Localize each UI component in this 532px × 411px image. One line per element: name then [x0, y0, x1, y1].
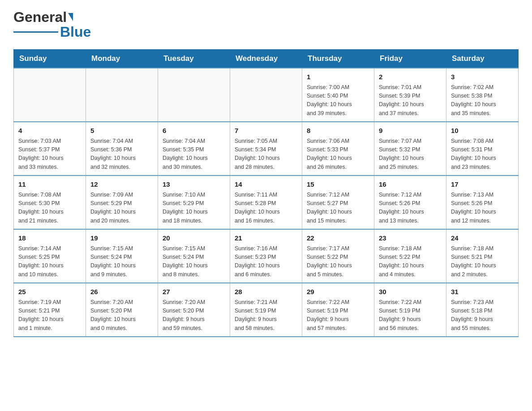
calendar-week-3: 11Sunrise: 7:08 AMSunset: 5:30 PMDayligh…	[14, 176, 519, 229]
day-number: 17	[451, 180, 514, 190]
day-info: Sunrise: 7:19 AMSunset: 5:21 PMDaylight:…	[18, 298, 81, 333]
calendar-cell: 27Sunrise: 7:20 AMSunset: 5:20 PMDayligh…	[158, 283, 230, 337]
day-number: 30	[379, 287, 442, 297]
calendar-cell: 26Sunrise: 7:20 AMSunset: 5:20 PMDayligh…	[86, 283, 158, 337]
calendar-cell: 19Sunrise: 7:15 AMSunset: 5:24 PMDayligh…	[86, 229, 158, 283]
day-info: Sunrise: 7:22 AMSunset: 5:19 PMDaylight:…	[307, 298, 369, 333]
day-number: 1	[307, 72, 369, 82]
day-info: Sunrise: 7:04 AMSunset: 5:35 PMDaylight:…	[163, 137, 225, 172]
day-info: Sunrise: 7:10 AMSunset: 5:29 PMDaylight:…	[163, 191, 225, 226]
weekday-header-wednesday: Wednesday	[230, 50, 302, 68]
weekday-header-saturday: Saturday	[446, 50, 519, 68]
calendar-cell	[86, 68, 158, 122]
day-info: Sunrise: 7:22 AMSunset: 5:19 PMDaylight:…	[379, 298, 442, 333]
calendar-cell: 12Sunrise: 7:09 AMSunset: 5:29 PMDayligh…	[86, 176, 158, 229]
logo-underline	[13, 31, 58, 33]
logo-triangle-icon	[68, 13, 73, 21]
day-info: Sunrise: 7:05 AMSunset: 5:34 PMDaylight:…	[235, 137, 297, 172]
calendar-cell: 14Sunrise: 7:11 AMSunset: 5:28 PMDayligh…	[230, 176, 302, 229]
day-number: 8	[307, 126, 369, 136]
day-number: 16	[379, 180, 442, 190]
page-header: General Blue	[13, 9, 519, 40]
calendar-header-row: SundayMondayTuesdayWednesdayThursdayFrid…	[14, 50, 519, 68]
calendar-cell: 5Sunrise: 7:04 AMSunset: 5:36 PMDaylight…	[86, 122, 158, 176]
day-info: Sunrise: 7:08 AMSunset: 5:30 PMDaylight:…	[18, 191, 81, 226]
day-info: Sunrise: 7:18 AMSunset: 5:21 PMDaylight:…	[451, 244, 514, 279]
day-info: Sunrise: 7:07 AMSunset: 5:32 PMDaylight:…	[379, 137, 442, 172]
day-number: 27	[163, 287, 225, 297]
calendar-cell: 7Sunrise: 7:05 AMSunset: 5:34 PMDaylight…	[230, 122, 302, 176]
calendar-cell: 20Sunrise: 7:15 AMSunset: 5:24 PMDayligh…	[158, 229, 230, 283]
calendar-cell: 3Sunrise: 7:02 AMSunset: 5:38 PMDaylight…	[446, 68, 519, 122]
day-info: Sunrise: 7:00 AMSunset: 5:40 PMDaylight:…	[307, 83, 369, 118]
day-info: Sunrise: 7:14 AMSunset: 5:25 PMDaylight:…	[18, 244, 81, 279]
day-number: 11	[18, 180, 81, 190]
calendar-cell: 10Sunrise: 7:08 AMSunset: 5:31 PMDayligh…	[446, 122, 519, 176]
day-number: 2	[379, 72, 442, 82]
calendar-week-5: 25Sunrise: 7:19 AMSunset: 5:21 PMDayligh…	[14, 283, 519, 337]
day-number: 3	[451, 72, 514, 82]
day-number: 13	[163, 180, 225, 190]
day-number: 9	[379, 126, 442, 136]
day-number: 7	[235, 126, 297, 136]
day-info: Sunrise: 7:15 AMSunset: 5:24 PMDaylight:…	[90, 244, 153, 279]
weekday-header-friday: Friday	[374, 50, 446, 68]
calendar-cell: 29Sunrise: 7:22 AMSunset: 5:19 PMDayligh…	[302, 283, 374, 337]
day-info: Sunrise: 7:12 AMSunset: 5:27 PMDaylight:…	[307, 191, 369, 226]
weekday-header-monday: Monday	[86, 50, 158, 68]
day-info: Sunrise: 7:04 AMSunset: 5:36 PMDaylight:…	[90, 137, 153, 172]
calendar-cell: 4Sunrise: 7:03 AMSunset: 5:37 PMDaylight…	[14, 122, 86, 176]
weekday-header-sunday: Sunday	[14, 50, 86, 68]
calendar-cell: 15Sunrise: 7:12 AMSunset: 5:27 PMDayligh…	[302, 176, 374, 229]
day-number: 5	[90, 126, 153, 136]
day-number: 29	[307, 287, 369, 297]
day-number: 21	[235, 233, 297, 244]
day-number: 23	[379, 233, 442, 244]
day-number: 14	[235, 180, 297, 190]
calendar-cell: 11Sunrise: 7:08 AMSunset: 5:30 PMDayligh…	[14, 176, 86, 229]
day-info: Sunrise: 7:15 AMSunset: 5:24 PMDaylight:…	[163, 244, 225, 279]
day-info: Sunrise: 7:02 AMSunset: 5:38 PMDaylight:…	[451, 83, 514, 118]
calendar-week-2: 4Sunrise: 7:03 AMSunset: 5:37 PMDaylight…	[14, 122, 519, 176]
day-number: 20	[163, 233, 225, 244]
day-number: 31	[451, 287, 514, 297]
day-number: 10	[451, 126, 514, 136]
day-info: Sunrise: 7:17 AMSunset: 5:22 PMDaylight:…	[307, 244, 369, 279]
day-info: Sunrise: 7:21 AMSunset: 5:19 PMDaylight:…	[235, 298, 297, 333]
day-info: Sunrise: 7:03 AMSunset: 5:37 PMDaylight:…	[18, 137, 81, 172]
day-info: Sunrise: 7:20 AMSunset: 5:20 PMDaylight:…	[90, 298, 153, 333]
weekday-header-tuesday: Tuesday	[158, 50, 230, 68]
calendar-cell: 1Sunrise: 7:00 AMSunset: 5:40 PMDaylight…	[302, 68, 374, 122]
weekday-header-thursday: Thursday	[302, 50, 374, 68]
day-info: Sunrise: 7:12 AMSunset: 5:26 PMDaylight:…	[379, 191, 442, 226]
day-number: 6	[163, 126, 225, 136]
day-info: Sunrise: 7:23 AMSunset: 5:18 PMDaylight:…	[451, 298, 514, 333]
logo: General Blue	[13, 9, 91, 40]
day-info: Sunrise: 7:20 AMSunset: 5:20 PMDaylight:…	[163, 298, 225, 333]
calendar-table: SundayMondayTuesdayWednesdayThursdayFrid…	[13, 49, 519, 337]
calendar-cell	[14, 68, 86, 122]
day-info: Sunrise: 7:06 AMSunset: 5:33 PMDaylight:…	[307, 137, 369, 172]
day-number: 22	[307, 233, 369, 244]
calendar-cell	[230, 68, 302, 122]
day-info: Sunrise: 7:09 AMSunset: 5:29 PMDaylight:…	[90, 191, 153, 226]
day-info: Sunrise: 7:08 AMSunset: 5:31 PMDaylight:…	[451, 137, 514, 172]
day-info: Sunrise: 7:11 AMSunset: 5:28 PMDaylight:…	[235, 191, 297, 226]
day-number: 18	[18, 233, 81, 244]
calendar-cell: 2Sunrise: 7:01 AMSunset: 5:39 PMDaylight…	[374, 68, 446, 122]
day-number: 15	[307, 180, 369, 190]
calendar-week-4: 18Sunrise: 7:14 AMSunset: 5:25 PMDayligh…	[14, 229, 519, 283]
day-info: Sunrise: 7:13 AMSunset: 5:26 PMDaylight:…	[451, 191, 514, 226]
calendar-cell: 21Sunrise: 7:16 AMSunset: 5:23 PMDayligh…	[230, 229, 302, 283]
calendar-cell: 23Sunrise: 7:18 AMSunset: 5:22 PMDayligh…	[374, 229, 446, 283]
calendar-cell: 28Sunrise: 7:21 AMSunset: 5:19 PMDayligh…	[230, 283, 302, 337]
logo-blue: Blue	[60, 24, 91, 40]
day-number: 12	[90, 180, 153, 190]
day-info: Sunrise: 7:01 AMSunset: 5:39 PMDaylight:…	[379, 83, 442, 118]
calendar-cell: 8Sunrise: 7:06 AMSunset: 5:33 PMDaylight…	[302, 122, 374, 176]
calendar-cell: 31Sunrise: 7:23 AMSunset: 5:18 PMDayligh…	[446, 283, 519, 337]
day-number: 25	[18, 287, 81, 297]
calendar-cell: 17Sunrise: 7:13 AMSunset: 5:26 PMDayligh…	[446, 176, 519, 229]
calendar-cell: 18Sunrise: 7:14 AMSunset: 5:25 PMDayligh…	[14, 229, 86, 283]
day-info: Sunrise: 7:18 AMSunset: 5:22 PMDaylight:…	[379, 244, 442, 279]
